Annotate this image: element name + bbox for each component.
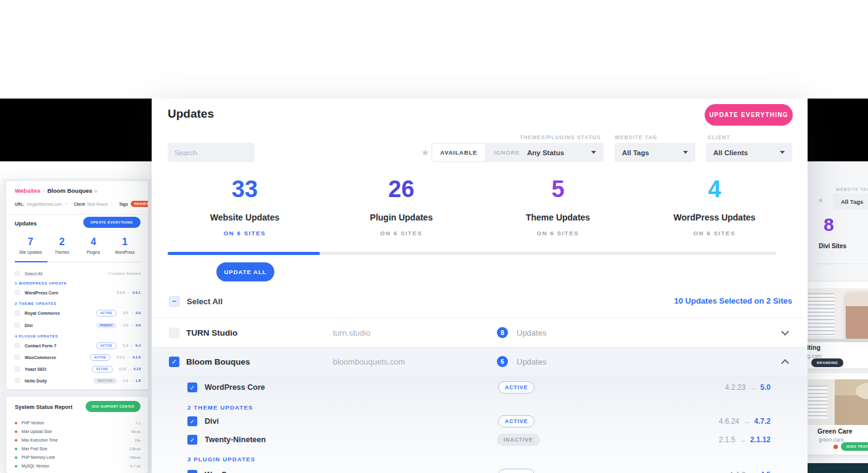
breadcrumb-current: Bloom Bouques [47, 187, 92, 194]
update-checkbox[interactable]: ✓ [187, 416, 197, 426]
chevron-down-icon[interactable] [781, 328, 789, 336]
search-input[interactable] [168, 143, 255, 162]
row-checkbox[interactable] [15, 290, 20, 295]
row-checkbox[interactable] [15, 310, 20, 315]
status-dot [15, 465, 17, 467]
status-item: Max Post Size 128mb [15, 445, 141, 453]
client-dropdown[interactable]: All Clients [706, 143, 792, 162]
website-badge: BRANDING [811, 358, 843, 367]
update-name: Yoast SEO [25, 367, 46, 371]
breadcrumb-separator: › [41, 187, 47, 194]
tag-filter-label: WEBSITE TAG [615, 134, 657, 140]
updates-count-badge: 6 [497, 356, 508, 367]
tab-plugins[interactable]: 4 Plugins [78, 236, 109, 254]
favorites-filter-star-icon[interactable]: ★ [421, 148, 429, 157]
update-row: Divi PARENT 3.9→4.0 [15, 320, 141, 330]
row-checkbox[interactable] [15, 378, 20, 383]
row-checkbox[interactable] [15, 323, 20, 328]
update-name: Royal Commerce [25, 311, 60, 315]
selection-summary: 10 Updates Selected on 2 Sites [674, 296, 792, 305]
updates-panel: Updates UPDATE EVERYTHING THEMES/PLUGINS… [152, 99, 808, 473]
favorite-star-icon[interactable]: ★ [817, 197, 824, 204]
external-link-icon: ↗ [64, 201, 67, 206]
tab-site-updates[interactable]: 7 Site Updates [15, 236, 46, 254]
update-everything-button[interactable]: UPDATE EVERYTHING [705, 104, 793, 126]
tag-dropdown-value: All Tags [622, 149, 649, 156]
chevron-up-icon[interactable] [781, 359, 789, 367]
update-name: Hello Dolly [25, 379, 47, 383]
status-badge: ACTIVE [96, 310, 117, 317]
breadcrumb: Websites›Bloom Bouques ★ [15, 187, 97, 194]
row-checkbox[interactable] [15, 355, 20, 360]
status-dropdown[interactable]: Any Status [520, 143, 604, 162]
site-checkbox[interactable]: ✓ [169, 357, 179, 367]
status-item: MySQL Version 5.7.32 [15, 462, 141, 470]
alert-dot [833, 445, 838, 449]
left-select-all-row: Select All 0 Updates Selected [15, 269, 141, 278]
select-all-checkbox[interactable]: − [169, 296, 179, 307]
page-title: Updates [168, 107, 214, 121]
status-badge: PARENT [96, 323, 117, 328]
tab-label: WordPress [109, 250, 141, 254]
support-center-button[interactable]: DIVI SUPPORT CENTER [86, 401, 141, 412]
stat-plugin-updates: 26 Plugin Updates ON 6 SITES [323, 176, 480, 236]
url-label: URL: [15, 202, 25, 206]
update-name: WooCommerce [205, 471, 261, 473]
caret-down-icon [780, 151, 785, 154]
site-url-link[interactable]: elegantthemes.com [27, 202, 62, 206]
tab-label: Site Updates [15, 250, 46, 254]
wordpress-update-header: 1 WORDPRESS UPDATE [15, 281, 67, 285]
select-all-checkbox[interactable] [15, 271, 20, 276]
update-row-partial: ✓ WooCommerce ACTIVE 4.4.6→4.5 [152, 467, 808, 473]
update-checkbox[interactable]: ✓ [187, 470, 197, 473]
client-label: Client [74, 202, 85, 206]
tag-dropdown[interactable]: All Tags [615, 143, 695, 162]
breadcrumb-websites-link[interactable]: Websites [15, 187, 41, 194]
website-badge: HIGH TRAFFIC [841, 442, 868, 451]
row-checkbox[interactable] [15, 366, 20, 371]
priority-tag-badge[interactable]: PRIORITY [131, 201, 148, 207]
active-tab-indicator [15, 261, 47, 262]
select-all-label: Select All [187, 297, 223, 306]
favorite-star-icon[interactable]: ★ [94, 189, 97, 193]
updates-count-badge: 8 [497, 327, 508, 338]
client-filter-label: CLIENT [708, 134, 731, 140]
tab-count: 2 [46, 236, 78, 248]
tab-count: 4 [78, 236, 109, 248]
divider [813, 264, 868, 264]
site-row-turn-studio[interactable]: TURN Studio turn.studio 8 Updates [152, 318, 808, 347]
left-update-everything-button[interactable]: UPDATE EVERYTHING [83, 217, 141, 228]
tags-dropdown[interactable]: All Tags [833, 193, 868, 210]
update-name: WordPress Core [25, 291, 59, 295]
tab-count: 1 [109, 236, 141, 248]
status-dot [15, 422, 17, 424]
theme-updates-header: 2 THEME UPDATES [187, 404, 253, 411]
status-badge: INACTIVE [94, 378, 117, 384]
tab-wordpress[interactable]: 1 WordPress [109, 236, 141, 254]
website-url[interactable]: green.care [819, 437, 844, 443]
status-badge: ACTIVE [92, 366, 113, 373]
tags-dropdown-value: All Tags [841, 198, 863, 205]
available-segment[interactable]: AVAILABLE [432, 143, 486, 162]
status-badge: ACTIVE [498, 415, 534, 427]
caret-down-icon [591, 151, 596, 154]
update-checkbox[interactable]: ✓ [187, 382, 197, 392]
tags-label: Tags [119, 202, 128, 206]
site-checkbox[interactable] [169, 328, 179, 338]
tab-count: 7 [15, 236, 46, 248]
update-all-button[interactable]: UPDATE ALL [216, 262, 274, 281]
update-name: Twenty-Nineteen [205, 435, 266, 444]
row-checkbox[interactable] [15, 343, 20, 348]
update-checkbox[interactable]: ✓ [187, 435, 197, 445]
tab-themes[interactable]: 2 Themes [46, 236, 78, 254]
site-name: TURN Studio [186, 328, 237, 338]
system-status-card: System Status Report DIVI SUPPORT CENTER… [6, 397, 148, 473]
divi-sites-label: Divi Sites [819, 243, 846, 249]
update-row: Royal Commerce ACTIVE 3.9→4.0 [15, 308, 141, 318]
site-row-bloom-bouques[interactable]: ✓ Bloom Bouques bloombouquets.com 6 Upda… [152, 347, 808, 376]
system-status-title: System Status Report [15, 404, 73, 410]
progress-fill [168, 252, 320, 255]
update-row: WooCommerce ACTIVE 3.0.2→4.1.6 [15, 352, 141, 362]
divi-sites-count: 8 [824, 214, 834, 235]
theme-updates-header: 2 THEME UPDATES [15, 302, 57, 305]
